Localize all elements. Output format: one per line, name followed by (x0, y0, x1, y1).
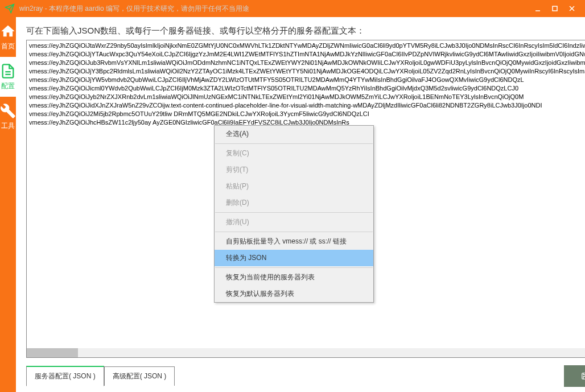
menu-separator (215, 212, 373, 213)
menu-copy[interactable]: 复制(C) (215, 145, 373, 162)
svg-rect-1 (553, 6, 557, 11)
wrench-icon (0, 103, 16, 119)
sidebar-item-tools[interactable]: 工具 (0, 97, 16, 137)
tab-advanced-config[interactable]: 高级配置( JSON ) (104, 366, 175, 386)
titlebar: win2ray - 本程序使用 aardio 编写，仅用于技术研究，请勿用于任何… (0, 0, 585, 17)
menu-paste[interactable]: 粘贴(P) (215, 178, 373, 195)
menu-import-clipboard[interactable]: 自剪贴板批量导入 vmess:// 或 ss:// 链接 (215, 233, 373, 250)
maximize-button[interactable] (546, 0, 563, 17)
app-logo-icon (5, 3, 15, 14)
instruction-text: 可在下面输入JSON数组、或每行一个服务器链接、或每行以空格分开的服务器配置文本… (26, 26, 585, 36)
minimize-button[interactable] (529, 0, 546, 17)
sidebar-item-config[interactable]: 配置 (0, 57, 16, 97)
window-title: win2ray - 本程序使用 aardio 编写，仅用于技术研究，请勿用于任何… (19, 4, 529, 14)
menu-select-all[interactable]: 全选(A) (215, 126, 373, 142)
scrollbar-thumb[interactable] (27, 348, 78, 357)
close-button[interactable] (563, 0, 580, 17)
menu-restore-default[interactable]: 恢复为默认服务器列表 (215, 286, 373, 302)
menu-separator (215, 143, 373, 144)
home-icon (0, 23, 16, 39)
menu-delete[interactable]: 删除(D) (215, 195, 373, 211)
menu-separator (215, 267, 373, 268)
tab-server-config[interactable]: 服务器配置( JSON ) (26, 366, 104, 386)
menu-separator (215, 232, 373, 232)
window-controls (529, 0, 580, 17)
sidebar: 首页 配置 工具 (0, 17, 16, 392)
menu-undo[interactable]: 撤消(U) (215, 214, 373, 230)
bottom-bar: 服务器配置( JSON ) 高级配置( JSON ) 更新设置 (26, 358, 585, 386)
save-button[interactable]: 更新设置 (564, 365, 585, 387)
horizontal-scrollbar[interactable] (27, 348, 585, 357)
main-panel: 可在下面输入JSON数组、或每行一个服务器链接、或每行以空格分开的服务器配置文本… (16, 17, 585, 392)
menu-cut[interactable]: 剪切(T) (215, 162, 373, 178)
sidebar-item-label: 首页 (1, 42, 15, 51)
document-icon (0, 63, 16, 79)
sidebar-item-label: 工具 (1, 121, 15, 131)
menu-convert-json[interactable]: 转换为 JSON (215, 250, 373, 266)
sidebar-item-home[interactable]: 首页 (0, 17, 16, 57)
context-menu: 全选(A) 复制(C) 剪切(T) 粘贴(P) 删除(D) 撤消(U) 自剪贴板… (214, 125, 374, 303)
sidebar-item-label: 配置 (1, 81, 15, 91)
menu-restore-current[interactable]: 恢复为当前使用的服务器列表 (215, 269, 373, 286)
save-icon (581, 372, 585, 380)
